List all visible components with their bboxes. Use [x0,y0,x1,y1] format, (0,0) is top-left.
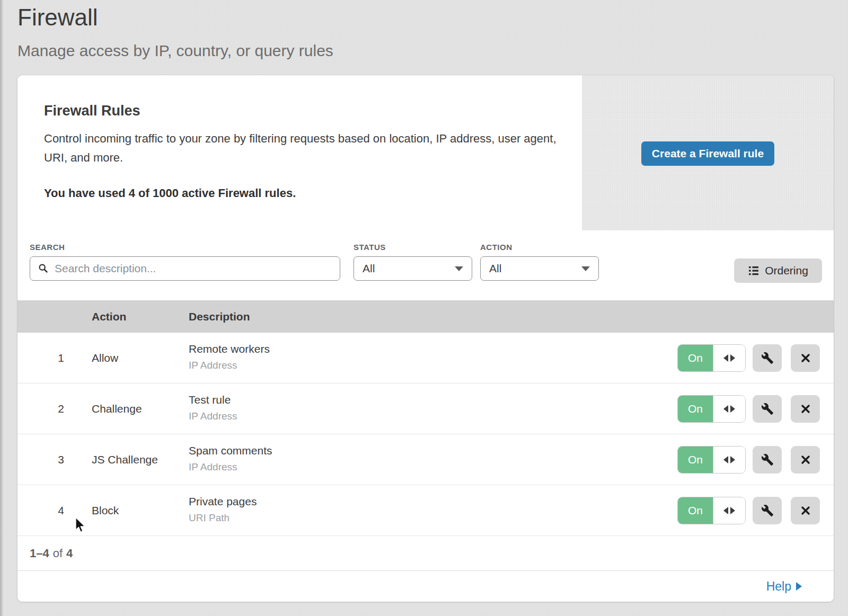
toggle-on-label: On [678,447,713,473]
rule-enabled-toggle[interactable]: On [677,446,746,474]
rule-match-type: IP Address [189,410,237,422]
card-footer: Help [17,570,834,602]
search-input[interactable] [49,257,340,280]
wrench-icon [761,504,774,517]
triangle-right-icon [730,405,735,413]
rule-action: Block [92,485,119,535]
toggle-on-label: On [678,345,713,371]
ordering-button-label: Ordering [765,264,808,277]
triangle-left-icon [723,456,728,463]
column-header-description: Description [189,300,250,333]
window-left-edge [0,0,3,616]
rule-priority: 2 [51,383,70,434]
rules-table-body: 1 Allow Remote workers IP Address On [17,333,834,536]
page-title: Firewall [17,4,98,31]
rule-description-cell: Test rule IP Address [189,394,237,422]
delete-rule-button[interactable] [791,446,820,474]
triangle-right-icon [730,507,735,514]
arrow-right-icon [796,582,802,591]
toggle-handle[interactable] [713,447,745,473]
rules-card-title: Firewall Rules [44,103,140,119]
toggle-handle[interactable] [713,396,745,422]
rule-action: Allow [92,333,118,383]
delete-rule-button[interactable] [791,497,820,524]
toggle-on-label: On [678,497,713,524]
toggle-handle[interactable] [713,497,745,524]
close-icon [799,403,812,415]
rule-row: 1 Allow Remote workers IP Address On [17,333,834,383]
status-select-value: All [363,262,375,275]
rule-priority: 3 [51,434,70,485]
rule-enabled-toggle[interactable]: On [677,497,746,524]
triangle-right-icon [730,354,735,362]
create-rule-panel: Create a Firewall rule [582,75,834,230]
close-icon [799,453,812,466]
create-firewall-rule-button[interactable]: Create a Firewall rule [641,141,774,166]
rule-match-type: IP Address [189,461,272,473]
page-subtitle: Manage access by IP, country, or query r… [17,42,333,60]
rule-action: Challenge [92,383,142,434]
triangle-right-icon [730,456,735,463]
wrench-icon [761,352,774,364]
firewall-page: Firewall Manage access by IP, country, o… [0,0,848,616]
rules-card-description: Control incoming traffic to your zone by… [44,129,558,167]
search-label: SEARCH [30,243,65,252]
firewall-rules-card: Firewall Rules Control incoming traffic … [17,75,834,602]
edit-rule-button[interactable] [753,344,782,372]
pagination-total: 4 [66,547,73,560]
rule-row: 4 Block Private pages URI Path On [17,485,834,536]
rule-description-cell: Remote workers IP Address [189,343,270,371]
chevron-down-icon [581,266,590,271]
rule-description: Test rule [189,394,237,406]
toggle-handle[interactable] [713,345,745,371]
action-select[interactable]: All [480,256,599,281]
rule-enabled-toggle[interactable]: On [677,395,746,423]
column-header-action: Action [92,300,126,333]
toggle-on-label: On [678,396,713,422]
close-icon [799,504,812,517]
pagination-range: 1–4 [30,547,49,560]
pagination-of: of [53,547,63,560]
rules-table-header: Action Description [17,300,834,333]
rules-usage-note: You have used 4 of 1000 active Firewall … [44,186,296,200]
rule-enabled-toggle[interactable]: On [677,344,746,372]
rule-description: Private pages [189,495,257,508]
triangle-left-icon [723,354,728,362]
rule-action: JS Challenge [92,434,158,485]
rule-priority: 4 [51,485,70,535]
help-link[interactable]: Help [766,579,802,594]
rule-match-type: IP Address [189,360,270,371]
list-icon [748,265,759,276]
delete-rule-button[interactable] [791,395,820,423]
chevron-down-icon [455,266,463,271]
search-icon [38,263,49,274]
action-select-value: All [489,262,501,275]
action-label: ACTION [480,243,513,252]
close-icon [799,352,812,364]
status-select[interactable]: All [354,256,472,281]
edit-rule-button[interactable] [753,497,782,524]
edit-rule-button[interactable] [753,446,782,474]
wrench-icon [761,453,774,466]
rule-priority: 1 [51,333,70,383]
rule-row: 3 JS Challenge Spam comments IP Address … [17,434,834,485]
wrench-icon [761,403,774,415]
pagination-status: 1–4 of 4 [17,536,834,570]
ordering-button[interactable]: Ordering [734,258,822,283]
rule-match-type: URI Path [189,512,257,524]
rule-description-cell: Spam comments IP Address [189,444,272,473]
rule-description: Spam comments [189,444,272,457]
rule-row: 2 Challenge Test rule IP Address On [17,383,834,434]
rule-description-cell: Private pages URI Path [189,495,257,524]
rule-description: Remote workers [189,343,270,355]
triangle-left-icon [723,507,728,514]
triangle-left-icon [723,405,728,413]
delete-rule-button[interactable] [791,344,820,372]
search-box [30,256,340,281]
status-label: STATUS [354,243,386,252]
help-link-label: Help [766,579,791,594]
edit-rule-button[interactable] [753,395,782,423]
